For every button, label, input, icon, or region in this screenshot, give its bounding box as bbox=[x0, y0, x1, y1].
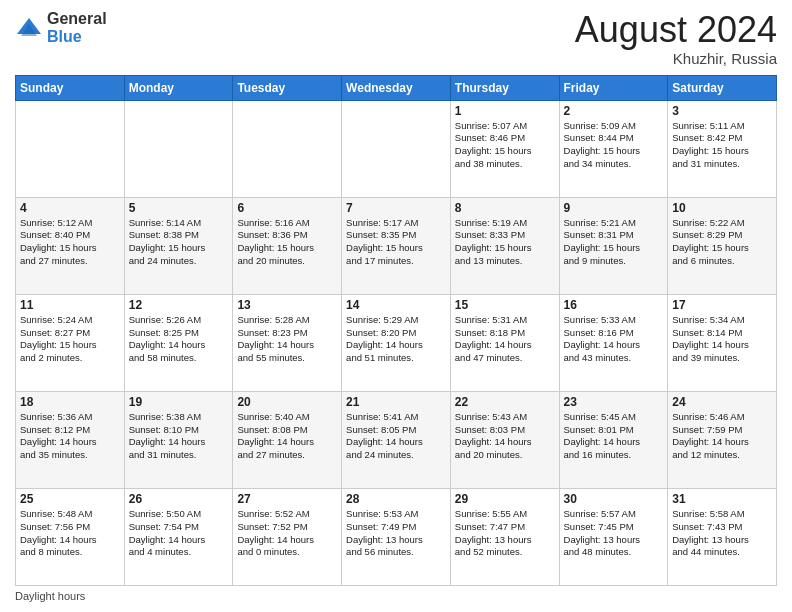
calendar-cell: 19Sunrise: 5:38 AM Sunset: 8:10 PM Dayli… bbox=[124, 391, 233, 488]
logo-blue-text: Blue bbox=[47, 28, 107, 46]
day-info: Sunrise: 5:24 AM Sunset: 8:27 PM Dayligh… bbox=[20, 314, 120, 365]
calendar-cell: 13Sunrise: 5:28 AM Sunset: 8:23 PM Dayli… bbox=[233, 294, 342, 391]
week-row-2: 11Sunrise: 5:24 AM Sunset: 8:27 PM Dayli… bbox=[16, 294, 777, 391]
day-info: Sunrise: 5:09 AM Sunset: 8:44 PM Dayligh… bbox=[564, 120, 664, 171]
day-number: 2 bbox=[564, 104, 664, 118]
weekday-header-thursday: Thursday bbox=[450, 75, 559, 100]
calendar-cell: 10Sunrise: 5:22 AM Sunset: 8:29 PM Dayli… bbox=[668, 197, 777, 294]
calendar-cell: 3Sunrise: 5:11 AM Sunset: 8:42 PM Daylig… bbox=[668, 100, 777, 197]
day-number: 13 bbox=[237, 298, 337, 312]
calendar-cell: 17Sunrise: 5:34 AM Sunset: 8:14 PM Dayli… bbox=[668, 294, 777, 391]
weekday-header-saturday: Saturday bbox=[668, 75, 777, 100]
logo-text: General Blue bbox=[47, 10, 107, 45]
day-number: 8 bbox=[455, 201, 555, 215]
day-info: Sunrise: 5:52 AM Sunset: 7:52 PM Dayligh… bbox=[237, 508, 337, 559]
week-row-4: 25Sunrise: 5:48 AM Sunset: 7:56 PM Dayli… bbox=[16, 488, 777, 585]
day-number: 25 bbox=[20, 492, 120, 506]
calendar-cell: 27Sunrise: 5:52 AM Sunset: 7:52 PM Dayli… bbox=[233, 488, 342, 585]
day-number: 10 bbox=[672, 201, 772, 215]
page: General Blue August 2024 Khuzhir, Russia… bbox=[0, 0, 792, 612]
day-number: 21 bbox=[346, 395, 446, 409]
day-number: 7 bbox=[346, 201, 446, 215]
calendar-cell bbox=[16, 100, 125, 197]
calendar-cell: 22Sunrise: 5:43 AM Sunset: 8:03 PM Dayli… bbox=[450, 391, 559, 488]
day-info: Sunrise: 5:22 AM Sunset: 8:29 PM Dayligh… bbox=[672, 217, 772, 268]
calendar-cell: 9Sunrise: 5:21 AM Sunset: 8:31 PM Daylig… bbox=[559, 197, 668, 294]
calendar-cell: 21Sunrise: 5:41 AM Sunset: 8:05 PM Dayli… bbox=[342, 391, 451, 488]
calendar-cell: 20Sunrise: 5:40 AM Sunset: 8:08 PM Dayli… bbox=[233, 391, 342, 488]
day-info: Sunrise: 5:07 AM Sunset: 8:46 PM Dayligh… bbox=[455, 120, 555, 171]
logo: General Blue bbox=[15, 10, 107, 45]
footer-note: Daylight hours bbox=[15, 590, 777, 602]
day-info: Sunrise: 5:16 AM Sunset: 8:36 PM Dayligh… bbox=[237, 217, 337, 268]
day-info: Sunrise: 5:14 AM Sunset: 8:38 PM Dayligh… bbox=[129, 217, 229, 268]
calendar-cell: 25Sunrise: 5:48 AM Sunset: 7:56 PM Dayli… bbox=[16, 488, 125, 585]
day-number: 30 bbox=[564, 492, 664, 506]
day-info: Sunrise: 5:41 AM Sunset: 8:05 PM Dayligh… bbox=[346, 411, 446, 462]
day-info: Sunrise: 5:28 AM Sunset: 8:23 PM Dayligh… bbox=[237, 314, 337, 365]
calendar-body: 1Sunrise: 5:07 AM Sunset: 8:46 PM Daylig… bbox=[16, 100, 777, 585]
calendar-header: SundayMondayTuesdayWednesdayThursdayFrid… bbox=[16, 75, 777, 100]
day-number: 24 bbox=[672, 395, 772, 409]
day-info: Sunrise: 5:21 AM Sunset: 8:31 PM Dayligh… bbox=[564, 217, 664, 268]
calendar-table: SundayMondayTuesdayWednesdayThursdayFrid… bbox=[15, 75, 777, 586]
month-title: August 2024 bbox=[575, 10, 777, 50]
calendar-cell: 30Sunrise: 5:57 AM Sunset: 7:45 PM Dayli… bbox=[559, 488, 668, 585]
calendar-cell: 12Sunrise: 5:26 AM Sunset: 8:25 PM Dayli… bbox=[124, 294, 233, 391]
day-info: Sunrise: 5:38 AM Sunset: 8:10 PM Dayligh… bbox=[129, 411, 229, 462]
week-row-1: 4Sunrise: 5:12 AM Sunset: 8:40 PM Daylig… bbox=[16, 197, 777, 294]
calendar-cell: 15Sunrise: 5:31 AM Sunset: 8:18 PM Dayli… bbox=[450, 294, 559, 391]
day-number: 5 bbox=[129, 201, 229, 215]
weekday-row: SundayMondayTuesdayWednesdayThursdayFrid… bbox=[16, 75, 777, 100]
day-info: Sunrise: 5:33 AM Sunset: 8:16 PM Dayligh… bbox=[564, 314, 664, 365]
day-number: 18 bbox=[20, 395, 120, 409]
calendar-cell: 26Sunrise: 5:50 AM Sunset: 7:54 PM Dayli… bbox=[124, 488, 233, 585]
calendar-cell: 1Sunrise: 5:07 AM Sunset: 8:46 PM Daylig… bbox=[450, 100, 559, 197]
day-number: 31 bbox=[672, 492, 772, 506]
day-number: 26 bbox=[129, 492, 229, 506]
day-info: Sunrise: 5:46 AM Sunset: 7:59 PM Dayligh… bbox=[672, 411, 772, 462]
weekday-header-wednesday: Wednesday bbox=[342, 75, 451, 100]
weekday-header-monday: Monday bbox=[124, 75, 233, 100]
weekday-header-tuesday: Tuesday bbox=[233, 75, 342, 100]
day-number: 22 bbox=[455, 395, 555, 409]
calendar-cell: 8Sunrise: 5:19 AM Sunset: 8:33 PM Daylig… bbox=[450, 197, 559, 294]
day-info: Sunrise: 5:12 AM Sunset: 8:40 PM Dayligh… bbox=[20, 217, 120, 268]
day-number: 11 bbox=[20, 298, 120, 312]
logo-icon bbox=[15, 14, 43, 42]
week-row-0: 1Sunrise: 5:07 AM Sunset: 8:46 PM Daylig… bbox=[16, 100, 777, 197]
calendar-cell bbox=[233, 100, 342, 197]
calendar-cell: 2Sunrise: 5:09 AM Sunset: 8:44 PM Daylig… bbox=[559, 100, 668, 197]
calendar-cell: 29Sunrise: 5:55 AM Sunset: 7:47 PM Dayli… bbox=[450, 488, 559, 585]
week-row-3: 18Sunrise: 5:36 AM Sunset: 8:12 PM Dayli… bbox=[16, 391, 777, 488]
day-info: Sunrise: 5:26 AM Sunset: 8:25 PM Dayligh… bbox=[129, 314, 229, 365]
location-title: Khuzhir, Russia bbox=[575, 50, 777, 67]
calendar-cell: 31Sunrise: 5:58 AM Sunset: 7:43 PM Dayli… bbox=[668, 488, 777, 585]
day-number: 29 bbox=[455, 492, 555, 506]
day-number: 19 bbox=[129, 395, 229, 409]
day-number: 12 bbox=[129, 298, 229, 312]
day-number: 14 bbox=[346, 298, 446, 312]
calendar-cell: 28Sunrise: 5:53 AM Sunset: 7:49 PM Dayli… bbox=[342, 488, 451, 585]
day-number: 17 bbox=[672, 298, 772, 312]
day-info: Sunrise: 5:53 AM Sunset: 7:49 PM Dayligh… bbox=[346, 508, 446, 559]
calendar-cell: 14Sunrise: 5:29 AM Sunset: 8:20 PM Dayli… bbox=[342, 294, 451, 391]
weekday-header-sunday: Sunday bbox=[16, 75, 125, 100]
day-number: 6 bbox=[237, 201, 337, 215]
day-number: 1 bbox=[455, 104, 555, 118]
day-number: 27 bbox=[237, 492, 337, 506]
day-number: 3 bbox=[672, 104, 772, 118]
calendar-cell: 16Sunrise: 5:33 AM Sunset: 8:16 PM Dayli… bbox=[559, 294, 668, 391]
day-number: 20 bbox=[237, 395, 337, 409]
day-number: 9 bbox=[564, 201, 664, 215]
day-info: Sunrise: 5:29 AM Sunset: 8:20 PM Dayligh… bbox=[346, 314, 446, 365]
day-info: Sunrise: 5:55 AM Sunset: 7:47 PM Dayligh… bbox=[455, 508, 555, 559]
day-info: Sunrise: 5:31 AM Sunset: 8:18 PM Dayligh… bbox=[455, 314, 555, 365]
day-info: Sunrise: 5:45 AM Sunset: 8:01 PM Dayligh… bbox=[564, 411, 664, 462]
day-number: 28 bbox=[346, 492, 446, 506]
calendar-cell: 18Sunrise: 5:36 AM Sunset: 8:12 PM Dayli… bbox=[16, 391, 125, 488]
day-info: Sunrise: 5:40 AM Sunset: 8:08 PM Dayligh… bbox=[237, 411, 337, 462]
day-info: Sunrise: 5:43 AM Sunset: 8:03 PM Dayligh… bbox=[455, 411, 555, 462]
day-info: Sunrise: 5:36 AM Sunset: 8:12 PM Dayligh… bbox=[20, 411, 120, 462]
title-block: August 2024 Khuzhir, Russia bbox=[575, 10, 777, 67]
